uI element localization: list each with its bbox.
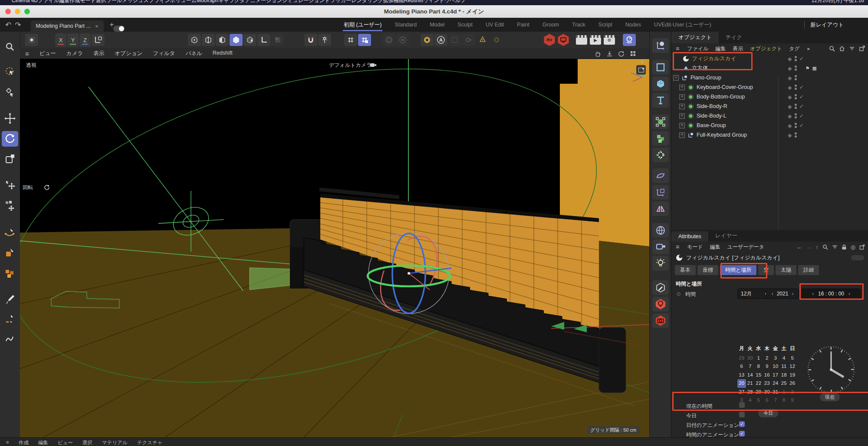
spline-rectangle-icon[interactable] <box>652 60 669 75</box>
visibility-dots[interactable] <box>795 85 797 90</box>
visibility-dots[interactable] <box>795 113 797 118</box>
menubar-item[interactable]: メッシュ <box>122 0 143 5</box>
stage-object-icon[interactable] <box>652 239 669 254</box>
calendar-day[interactable]: 18 <box>780 371 789 380</box>
menubar-item[interactable]: ウィンドウ <box>423 0 450 5</box>
layer-icon[interactable]: ◆ <box>788 56 792 62</box>
layer-icon[interactable]: ◆ <box>788 94 792 100</box>
menubar-item[interactable]: MoGraph <box>197 0 218 5</box>
om-menu-item[interactable]: 編集 <box>715 45 726 52</box>
redshift-render-icon[interactable] <box>557 34 570 46</box>
menubar-item[interactable]: ボリューム <box>170 0 197 5</box>
object-manager-tab[interactable]: テイク <box>719 32 749 43</box>
menubar-item[interactable]: Redshift <box>404 0 423 5</box>
today-button[interactable]: 今日 <box>758 409 778 417</box>
calendar-day[interactable]: 5 <box>754 396 763 405</box>
attr-detach-icon[interactable] <box>859 244 865 250</box>
attribute-section-tab[interactable]: 詳細 <box>798 265 819 275</box>
calendar-day[interactable]: 13 <box>737 371 746 380</box>
snap-grid-lock-icon[interactable] <box>358 34 371 46</box>
menubar-item[interactable]: 選択 <box>96 0 106 5</box>
tweak-tool-icon[interactable] <box>2 85 18 100</box>
expand-icon[interactable]: + <box>679 94 685 100</box>
calendar-day[interactable]: 26 <box>788 379 797 388</box>
calendar-day[interactable]: 2 <box>788 388 797 397</box>
generator-gear-icon[interactable] <box>652 148 669 162</box>
calendar-day[interactable]: 2 <box>763 354 772 363</box>
layer-icon[interactable]: ◆ <box>788 103 792 110</box>
enabled-check-icon[interactable]: ✓ <box>799 122 804 128</box>
polygons-mode-icon[interactable] <box>216 34 229 46</box>
primitive-cubes-tool-icon[interactable] <box>2 266 18 281</box>
move-tool-icon[interactable] <box>2 111 18 126</box>
enable-axis-icon[interactable] <box>257 34 270 46</box>
settings-gear-icon[interactable] <box>490 34 503 46</box>
symmetry-icon[interactable] <box>652 201 669 216</box>
enabled-check-icon[interactable]: ✓ <box>799 103 804 109</box>
view-label[interactable]: 透視 <box>26 62 36 69</box>
object-row-cube[interactable]: 立方体 ◆ ⚑ ▦ <box>671 63 868 73</box>
redshift-camera-icon[interactable] <box>652 313 669 328</box>
object-manager-tab[interactable]: オブジェクト <box>671 32 719 43</box>
find-tool-icon[interactable] <box>2 39 18 55</box>
enabled-check-icon[interactable]: ✓ <box>799 84 804 90</box>
attributes-tab[interactable]: レイヤー <box>708 230 744 242</box>
viewport-panel-corner-icon[interactable] <box>636 65 646 75</box>
calendar-day[interactable]: 29 <box>754 388 763 397</box>
calendar-day[interactable]: 17 <box>771 371 780 380</box>
dolly-icon[interactable] <box>606 50 613 57</box>
viewport-menu-item[interactable]: フィルタ <box>153 50 175 57</box>
calendar-day[interactable]: 9 <box>763 362 772 371</box>
coordinate-system-icon[interactable] <box>92 34 105 46</box>
year-next-icon[interactable]: › <box>792 291 793 297</box>
rotate-view-icon[interactable] <box>618 50 625 57</box>
layout-tab[interactable]: Script <box>598 19 613 30</box>
attr-menu-item[interactable]: モード <box>687 243 703 251</box>
menubar-item[interactable]: アニメーション <box>245 0 282 5</box>
spline-pen-tool-icon[interactable] <box>2 225 18 240</box>
calendar-day[interactable]: 4 <box>746 396 755 405</box>
redo-icon[interactable]: ↷ <box>15 21 24 29</box>
attr-search-icon[interactable] <box>822 244 828 250</box>
document-tab[interactable]: Modeling Piano Part ... × <box>31 20 104 32</box>
attr-back-icon[interactable]: ← <box>796 244 802 250</box>
expand-icon[interactable]: + <box>679 132 685 138</box>
menubar-item[interactable]: Cinema 4D <box>12 0 38 5</box>
calendar-day[interactable]: 8 <box>754 362 763 371</box>
menubar-item[interactable]: スプライン <box>143 0 170 5</box>
environment-globe-icon[interactable] <box>652 223 669 238</box>
year-prev-icon[interactable]: ‹ <box>772 291 773 297</box>
viewport-menu-item[interactable]: オプション <box>115 50 142 57</box>
menubar-item[interactable]: トラッカー <box>325 0 351 5</box>
month-dropdown[interactable]: 12月▾ <box>737 289 770 299</box>
visibility-dots[interactable] <box>795 94 797 99</box>
attribute-section-tab[interactable]: 太陽 <box>776 265 796 275</box>
attr-burger-icon[interactable]: ≡ <box>676 243 679 250</box>
calendar-day[interactable]: 9 <box>788 396 797 405</box>
calendar-day[interactable]: 30 <box>746 354 755 363</box>
pan-hand-icon[interactable] <box>595 50 601 57</box>
bottom-menu-item[interactable]: ビュー <box>58 439 73 446</box>
menubar-item[interactable]: 拡張機能 <box>383 0 404 5</box>
today-checkbox[interactable] <box>739 412 745 417</box>
attr-up-icon[interactable]: ↑ <box>815 244 819 250</box>
light-object-icon[interactable] <box>652 256 669 271</box>
volume-builder-icon[interactable] <box>652 131 669 146</box>
disc-icon-2[interactable] <box>396 34 409 46</box>
calendar-day[interactable]: 6 <box>763 396 772 405</box>
layout-tab[interactable]: Nodes <box>625 19 642 30</box>
menubar-item[interactable]: 編集 <box>59 0 69 5</box>
gear-link-icon[interactable] <box>462 34 475 46</box>
enabled-check-icon[interactable]: ✓ <box>799 113 804 119</box>
sketch-tool-icon[interactable] <box>2 331 18 347</box>
om-home-icon[interactable] <box>839 46 845 52</box>
text-object-icon[interactable] <box>652 93 669 108</box>
model-mode-icon[interactable] <box>230 34 243 46</box>
calendar-day[interactable]: 7 <box>771 396 780 405</box>
layer-icon[interactable]: ◆ <box>788 84 792 91</box>
attr-menu-item[interactable]: 編集 <box>710 243 720 251</box>
calendar-day[interactable]: 20 <box>737 379 746 388</box>
om-detach-icon[interactable] <box>859 46 865 52</box>
object-row-base-group[interactable]: + Base-Group ◆✓ <box>671 121 868 130</box>
calendar-day[interactable]: 22 <box>754 379 763 388</box>
